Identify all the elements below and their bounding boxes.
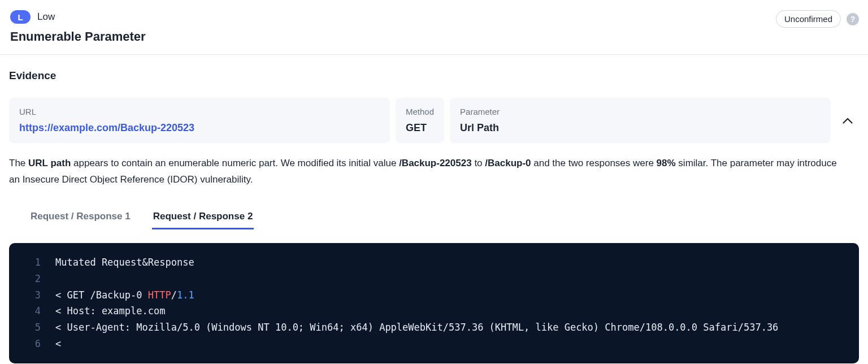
code-content: <	[55, 336, 61, 352]
collapse-button[interactable]	[836, 98, 859, 143]
parameter-box: Parameter Url Path	[450, 98, 831, 143]
url-link[interactable]: https://example.com/Backup-220523	[19, 122, 380, 134]
finding-header: L Low Enumerable Parameter Unconfirmed ?	[0, 0, 868, 55]
code-content: < Host: example.com	[55, 303, 165, 319]
method-value: GET	[406, 122, 434, 134]
code-content: < GET /Backup-0 HTTP/1.1	[55, 287, 194, 304]
tab-request-response-1[interactable]: Request / Response 1	[29, 205, 132, 229]
line-number: 6	[9, 336, 55, 352]
line-number: 2	[9, 271, 55, 287]
line-number: 1	[9, 254, 55, 271]
parameter-value: Url Path	[460, 122, 821, 134]
severity-label: Low	[37, 11, 55, 23]
line-number: 4	[9, 303, 55, 319]
code-token-version: 1.1	[177, 289, 194, 301]
desc-text: appears to contain an enumerable numeric…	[71, 158, 399, 168]
evidence-info-row: URL https://example.com/Backup-220523 Me…	[9, 98, 859, 143]
url-box: URL https://example.com/Backup-220523	[9, 98, 390, 143]
finding-title: Enumerable Parameter	[10, 29, 146, 44]
code-content: < User-Agent: Mozilla/5.0 (Windows NT 10…	[55, 319, 778, 336]
header-right: Unconfirmed ?	[776, 10, 859, 28]
desc-strong-similarity: 98%	[657, 158, 676, 168]
desc-text: The	[9, 158, 28, 168]
code-line: 4 < Host: example.com	[9, 303, 859, 319]
code-text: /	[171, 289, 177, 301]
desc-strong-urlpath: URL path	[28, 158, 71, 168]
desc-strong-mutated: /Backup-0	[485, 158, 531, 168]
code-block: 1 Mutated Request&Response 2 3 < GET /Ba…	[9, 243, 859, 363]
header-left: L Low Enumerable Parameter	[10, 10, 146, 44]
code-token-http: HTTP	[148, 289, 171, 301]
tab-request-response-2[interactable]: Request / Response 2	[152, 205, 254, 229]
content: Evidence URL https://example.com/Backup-…	[0, 55, 868, 363]
chevron-up-icon	[843, 118, 853, 124]
parameter-label: Parameter	[460, 107, 821, 116]
severity-badge: L	[10, 10, 31, 24]
desc-strong-initial: /Backup-220523	[399, 158, 472, 168]
request-response-tabs: Request / Response 1 Request / Response …	[9, 205, 859, 229]
severity-row: L Low	[10, 10, 146, 24]
method-box: Method GET	[396, 98, 444, 143]
code-line: 2	[9, 271, 859, 287]
evidence-heading: Evidence	[9, 70, 859, 82]
evidence-description: The URL path appears to contain an enume…	[9, 155, 859, 188]
help-icon[interactable]: ?	[847, 13, 859, 25]
line-number: 3	[9, 287, 55, 304]
desc-text: to	[472, 158, 485, 168]
line-number: 5	[9, 319, 55, 336]
status-pill[interactable]: Unconfirmed	[776, 10, 841, 28]
code-content: Mutated Request&Response	[55, 254, 194, 271]
desc-text: and the two responses were	[531, 158, 657, 168]
code-text: < GET /Backup-0	[55, 289, 148, 301]
code-line: 6 <	[9, 336, 859, 352]
code-line: 5 < User-Agent: Mozilla/5.0 (Windows NT …	[9, 319, 859, 336]
code-line: 1 Mutated Request&Response	[9, 254, 859, 271]
method-label: Method	[406, 107, 434, 116]
code-line: 3 < GET /Backup-0 HTTP/1.1	[9, 287, 859, 304]
url-label: URL	[19, 107, 380, 116]
